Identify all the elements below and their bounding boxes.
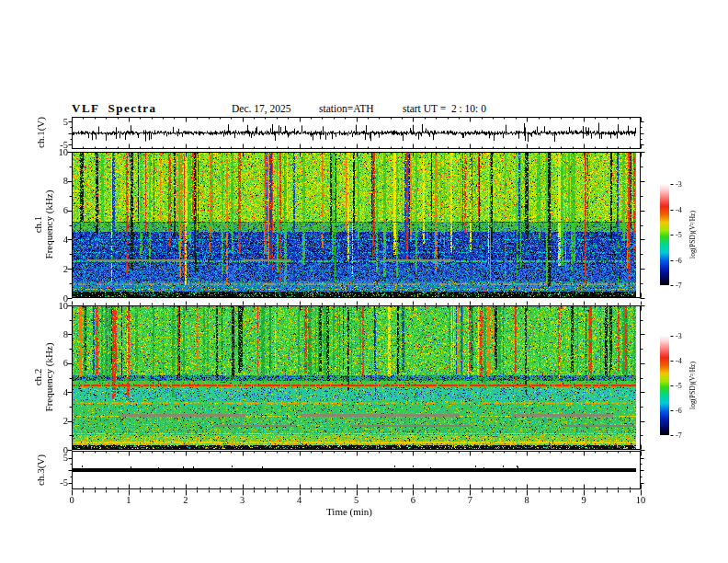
x-tick-label: 6 — [404, 495, 422, 505]
y-tick-label: 5 — [42, 117, 68, 127]
vlf-spectra-figure: VLF Spectra Dec. 17, 2025 station=ATH st… — [0, 0, 728, 563]
ch2-spec-ylabel-line1: ch.2 — [32, 369, 43, 386]
colorbar-tick-label: -4 — [676, 206, 690, 214]
ch1-spec-ylabel-line2: Frequency (kHz) — [42, 190, 53, 259]
colorbar-tick-label: -7 — [676, 282, 690, 290]
x-tick-label: 3 — [233, 495, 252, 505]
x-tick-label: 8 — [518, 495, 536, 505]
x-tick-label: 10 — [631, 495, 650, 505]
colorbar-tick-label: -3 — [676, 332, 690, 340]
x-axis-label: Time (min) — [326, 506, 372, 517]
y-tick-label: 10 — [42, 147, 68, 157]
x-tick-label: 9 — [574, 495, 593, 505]
colorbar-tick-label: -5 — [676, 382, 690, 390]
ch2-spec-ylabel: ch.2Frequency (kHz) — [33, 343, 54, 412]
x-tick-label: 4 — [290, 495, 309, 505]
axes-overlay — [0, 0, 728, 563]
colorbar-tick-label: -6 — [676, 407, 690, 415]
ch1-spec-ylabel: ch.1Frequency (kHz) — [33, 190, 54, 259]
y-tick-label: 8 — [42, 176, 68, 186]
ch2-spec-ylabel-line2: Frequency (kHz) — [42, 343, 53, 412]
ch1-spec-ylabel-line1: ch.1 — [32, 216, 43, 234]
colorbar-tick-label: -4 — [676, 357, 690, 365]
colorbar-tick-label: -6 — [676, 257, 690, 265]
y-tick-label: 4 — [42, 235, 68, 245]
y-tick-label: 6 — [42, 205, 68, 215]
y-tick-label: 6 — [42, 358, 68, 368]
x-tick-label: 2 — [176, 495, 195, 505]
colorbar-tick-label: -3 — [676, 180, 690, 189]
y-tick-label: 8 — [42, 329, 68, 339]
y-tick-label: 2 — [42, 264, 68, 274]
x-tick-label: 0 — [63, 495, 81, 505]
x-tick-label: 5 — [347, 495, 366, 505]
y-tick-label: 10 — [42, 301, 68, 311]
y-tick-label: -5 — [42, 477, 68, 488]
colorbar-tick-label: -7 — [676, 431, 690, 440]
y-tick-label: 2 — [42, 416, 68, 426]
x-tick-label: 1 — [119, 495, 138, 505]
x-tick-label: 7 — [461, 495, 479, 505]
y-tick-label: 0 — [42, 445, 68, 455]
y-tick-label: 4 — [42, 387, 68, 397]
colorbar-tick-label: -5 — [676, 231, 690, 239]
